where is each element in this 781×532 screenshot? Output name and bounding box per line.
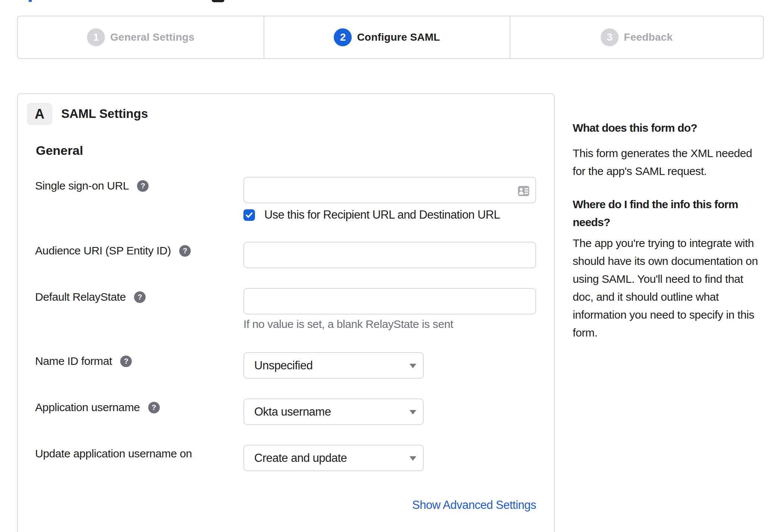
sidebar-text-line: should have its own documentation on xyxy=(573,252,767,270)
step-2-label: Configure SAML xyxy=(357,31,440,43)
app-username-value: Okta username xyxy=(244,405,331,419)
sidebar-text-line: This form generates the XML needed xyxy=(573,144,767,162)
sidebar-text-line: doc, and it should outline what xyxy=(573,288,767,306)
general-group-heading: General xyxy=(36,141,83,159)
sidebar-heading-where-line: Where do I find the info this form xyxy=(573,195,767,213)
relaystate-help-icon[interactable]: ? xyxy=(134,291,146,303)
saml-settings-panel: A SAML Settings General Single sign-on U… xyxy=(17,93,555,532)
app-username-label: Application username? xyxy=(35,398,237,416)
sso-url-input[interactable] xyxy=(243,177,536,203)
checkmark-icon xyxy=(245,211,253,219)
step-1-label: General Settings xyxy=(110,31,195,43)
name-id-format-select[interactable]: Unspecified xyxy=(243,352,424,379)
step-3-number-badge: 3 xyxy=(601,28,619,46)
section-title: SAML Settings xyxy=(61,105,148,123)
sidebar-text-line: for the app's SAML request. xyxy=(573,162,767,180)
recipient-url-checkbox-row: Use this for Recipient URL and Destinati… xyxy=(243,208,500,222)
step-1-number-badge: 1 xyxy=(87,28,105,46)
sidebar-paragraph-what: This form generates the XML needed for t… xyxy=(573,144,767,180)
update-username-label-text: Update application username on xyxy=(35,447,192,460)
relaystate-input[interactable] xyxy=(243,288,536,314)
name-id-format-label: Name ID format? xyxy=(35,352,237,370)
name-id-format-caret-icon xyxy=(410,364,416,368)
app-username-caret-icon xyxy=(410,410,416,414)
sso-url-help-icon[interactable]: ? xyxy=(137,180,149,192)
sidebar-text-line: information you need to specify in this xyxy=(573,306,767,324)
update-username-select[interactable]: Create and update xyxy=(243,445,424,471)
step-feedback[interactable]: 3 Feedback xyxy=(510,16,763,58)
section-letter-badge: A xyxy=(27,103,52,125)
step-2-number-badge: 2 xyxy=(334,28,352,46)
sidebar-paragraph-where: The app you're trying to integrate with … xyxy=(573,234,767,342)
name-id-format-help-icon[interactable]: ? xyxy=(120,356,132,367)
relaystate-label-text: Default RelayState xyxy=(35,291,126,303)
sso-url-label: Single sign-on URL? xyxy=(35,177,237,195)
wizard-stepper: 1 General Settings 2 Configure SAML 3 Fe… xyxy=(17,16,764,59)
app-username-select[interactable]: Okta username xyxy=(243,398,424,425)
page-title-text-remnant xyxy=(212,0,224,2)
audience-uri-input[interactable] xyxy=(243,242,536,268)
sidebar-text-line: using SAML. You'll need to find that xyxy=(573,270,767,288)
show-advanced-settings-link[interactable]: Show Advanced Settings xyxy=(412,496,536,514)
sidebar-heading-what-line: What does this form do? xyxy=(573,119,767,137)
recipient-url-checkbox-label: Use this for Recipient URL and Destinati… xyxy=(264,208,500,222)
sidebar-text-line: form. xyxy=(573,324,767,342)
recipient-url-checkbox[interactable] xyxy=(243,209,255,221)
relaystate-label: Default RelayState? xyxy=(35,288,237,306)
app-username-label-text: Application username xyxy=(35,401,140,413)
sidebar-heading-where: Where do I find the info this form needs… xyxy=(573,195,767,231)
update-username-caret-icon xyxy=(410,456,416,461)
sidebar-heading-what: What does this form do? xyxy=(573,119,767,137)
update-username-label: Update application username on xyxy=(35,445,237,463)
audience-uri-help-icon[interactable]: ? xyxy=(179,245,191,257)
page-title-accent-remnant xyxy=(29,0,32,2)
step-general-settings[interactable]: 1 General Settings xyxy=(18,16,264,58)
audience-uri-label-text: Audience URI (SP Entity ID) xyxy=(35,244,171,257)
step-configure-saml[interactable]: 2 Configure SAML xyxy=(264,16,510,58)
name-id-format-label-text: Name ID format xyxy=(35,355,112,367)
audience-uri-label: Audience URI (SP Entity ID)? xyxy=(35,242,237,260)
sidebar-text-line: The app you're trying to integrate with xyxy=(573,234,767,252)
sso-url-label-text: Single sign-on URL xyxy=(35,179,129,192)
relaystate-hint: If no value is set, a blank RelayState i… xyxy=(243,315,453,333)
configure-saml-page: 1 General Settings 2 Configure SAML 3 Fe… xyxy=(0,0,781,532)
sidebar-heading-where-line: needs? xyxy=(573,213,767,231)
contact-card-icon xyxy=(518,186,529,196)
step-3-label: Feedback xyxy=(624,31,673,43)
app-username-help-icon[interactable]: ? xyxy=(148,402,160,413)
update-username-value: Create and update xyxy=(244,451,347,465)
name-id-format-value: Unspecified xyxy=(244,359,312,372)
